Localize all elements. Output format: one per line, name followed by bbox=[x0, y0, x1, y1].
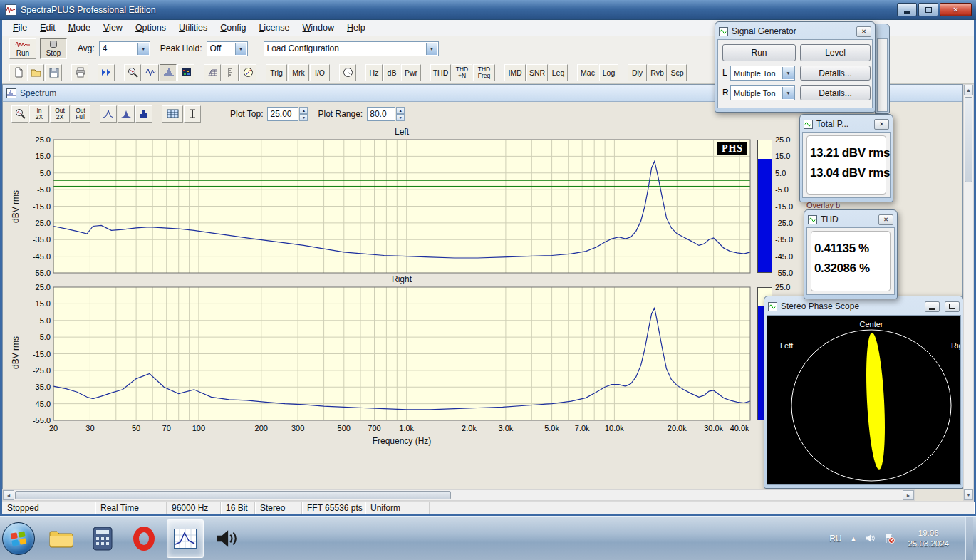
leq-button[interactable]: Leq bbox=[549, 64, 568, 81]
clock[interactable]: 19:06 25.03.2024 bbox=[908, 528, 949, 549]
imd-button[interactable]: IMD bbox=[504, 64, 526, 81]
print-button[interactable] bbox=[71, 64, 88, 81]
thd-button[interactable]: THD bbox=[430, 64, 451, 81]
menu-license[interactable]: License bbox=[252, 21, 296, 35]
menu-file[interactable]: File bbox=[6, 21, 33, 35]
new-file-button[interactable] bbox=[9, 64, 26, 81]
scope-button[interactable]: Scp bbox=[668, 64, 687, 81]
plot-top-input[interactable] bbox=[267, 107, 298, 121]
grid-display-button[interactable] bbox=[162, 105, 183, 123]
peak-hold-combobox[interactable]: Off ▼ bbox=[207, 41, 248, 56]
log-button[interactable]: Log bbox=[599, 64, 618, 81]
avg-combobox[interactable]: 4 ▼ bbox=[99, 41, 150, 56]
right-signal-type-combobox[interactable]: Multiple Ton ▼ bbox=[730, 85, 795, 100]
chevron-down-icon[interactable]: ▼ bbox=[782, 67, 794, 79]
zoom-tool-button[interactable] bbox=[11, 105, 28, 123]
close-button[interactable]: ✕ bbox=[940, 3, 972, 16]
generator-level-button[interactable]: Level bbox=[800, 44, 871, 61]
signal-generator-titlebar[interactable]: Signal Generator ✕ bbox=[717, 24, 873, 39]
chevron-down-icon[interactable]: ▼ bbox=[137, 43, 149, 55]
minimize-button[interactable] bbox=[897, 3, 917, 16]
total-power-titlebar[interactable]: Total P... ✕ bbox=[802, 116, 891, 132]
thd-titlebar[interactable]: THD ✕ bbox=[806, 212, 895, 227]
right-details-button[interactable]: Details... bbox=[800, 85, 871, 100]
chevron-down-icon[interactable]: ▼ bbox=[235, 43, 246, 55]
vertical-scrollbar[interactable]: ▲ ▼ bbox=[963, 84, 974, 501]
close-button[interactable]: ✕ bbox=[874, 119, 889, 130]
app-titlebar[interactable]: SpectraPLUS Professional Edition ✕ bbox=[0, 0, 976, 20]
left-details-button[interactable]: Details... bbox=[800, 66, 871, 81]
scroll-left-icon[interactable]: ◄ bbox=[3, 490, 14, 500]
taskbar-calculator-button[interactable] bbox=[84, 519, 121, 558]
close-button[interactable]: ✕ bbox=[856, 26, 871, 37]
time-series-view-button[interactable] bbox=[142, 64, 159, 81]
cursor-tool-button[interactable] bbox=[184, 105, 201, 123]
thd-freq-button[interactable]: THDFreq bbox=[473, 64, 495, 81]
power-units-button[interactable]: Pwr bbox=[401, 64, 421, 81]
zoom-in-2x-button[interactable]: In2X bbox=[29, 105, 49, 123]
menu-edit[interactable]: Edit bbox=[33, 21, 62, 35]
horizontal-scrollbar[interactable]: ◄ ► bbox=[2, 489, 915, 501]
reverb-button[interactable]: Rvb bbox=[648, 64, 667, 81]
menu-help[interactable]: Help bbox=[341, 21, 372, 35]
surface-view-button[interactable] bbox=[204, 64, 221, 81]
snr-button[interactable]: SNR bbox=[526, 64, 548, 81]
marker-button[interactable]: Mrk bbox=[288, 64, 309, 81]
hidden-icons-chevron-icon[interactable]: ▲ bbox=[851, 535, 857, 542]
hz-units-button[interactable]: Hz bbox=[365, 64, 383, 81]
spectrum-view-button[interactable] bbox=[160, 64, 177, 81]
close-button[interactable]: ✕ bbox=[878, 214, 893, 225]
taskbar-explorer-button[interactable] bbox=[43, 519, 80, 558]
generator-run-button[interactable]: Run bbox=[722, 44, 796, 61]
spin-up-icon[interactable]: ▲ bbox=[396, 107, 405, 114]
trigger-button[interactable]: Trig bbox=[266, 64, 287, 81]
plot-top-spinner[interactable]: ▲▼ bbox=[299, 107, 308, 121]
vertical-scrollbar-thumb[interactable] bbox=[965, 97, 972, 182]
zoom-out-2x-button[interactable]: Out2X bbox=[50, 105, 70, 123]
scroll-right-icon[interactable]: ► bbox=[903, 490, 914, 500]
phase-meter-button[interactable] bbox=[239, 64, 256, 81]
left-signal-type-combobox[interactable]: Multiple Ton ▼ bbox=[730, 66, 795, 81]
run-button[interactable]: Run bbox=[9, 38, 36, 59]
scroll-up-icon[interactable]: ▲ bbox=[964, 85, 973, 95]
maximize-button[interactable] bbox=[918, 3, 938, 16]
macro-button[interactable]: Mac bbox=[577, 64, 598, 81]
zoom-out-full-button[interactable]: OutFull bbox=[71, 105, 90, 123]
fast-forward-button[interactable] bbox=[98, 64, 115, 81]
menu-options[interactable]: Options bbox=[129, 21, 172, 35]
chevron-down-icon[interactable]: ▼ bbox=[426, 43, 437, 55]
delay-button[interactable]: Dly bbox=[628, 64, 647, 81]
maximize-button[interactable] bbox=[945, 301, 960, 312]
stop-button[interactable]: Stop bbox=[40, 38, 67, 59]
plot-range-spinner[interactable]: ▲▼ bbox=[396, 107, 405, 121]
timer-button[interactable] bbox=[339, 64, 356, 81]
menu-mode[interactable]: Mode bbox=[62, 21, 97, 35]
minimize-button[interactable] bbox=[925, 301, 940, 312]
open-file-button[interactable] bbox=[27, 64, 44, 81]
spin-down-icon[interactable]: ▼ bbox=[299, 114, 308, 121]
area-plot-button[interactable] bbox=[118, 105, 135, 123]
bar-plot-button[interactable] bbox=[135, 105, 152, 123]
menu-view[interactable]: View bbox=[97, 21, 129, 35]
horizontal-scrollbar-thumb[interactable] bbox=[15, 491, 451, 499]
spectrogram-view-button[interactable] bbox=[177, 64, 194, 81]
taskbar-volume-mixer-button[interactable] bbox=[208, 519, 245, 558]
show-desktop-button[interactable] bbox=[965, 517, 973, 560]
menu-utilities[interactable]: Utilities bbox=[172, 21, 214, 35]
zoom-waveform-button[interactable] bbox=[124, 64, 141, 81]
thd-n-button[interactable]: THD+N bbox=[452, 64, 472, 81]
db-units-button[interactable]: dB bbox=[383, 64, 400, 81]
spin-up-icon[interactable]: ▲ bbox=[299, 107, 308, 114]
taskbar-opera-button[interactable] bbox=[125, 519, 162, 558]
line-plot-button[interactable] bbox=[100, 105, 117, 123]
plot-range-input[interactable] bbox=[367, 107, 395, 121]
action-center-flag-icon[interactable] bbox=[884, 533, 895, 544]
menu-window[interactable]: Window bbox=[296, 21, 341, 35]
tray-speaker-icon[interactable] bbox=[865, 533, 876, 544]
chevron-down-icon[interactable]: ▼ bbox=[782, 87, 794, 99]
io-button[interactable]: I/O bbox=[310, 64, 330, 81]
start-button[interactable] bbox=[2, 522, 35, 555]
spin-down-icon[interactable]: ▼ bbox=[396, 114, 405, 121]
load-configuration-combobox[interactable]: Load Configuration ▼ bbox=[264, 41, 439, 56]
scale-button[interactable] bbox=[222, 64, 239, 81]
